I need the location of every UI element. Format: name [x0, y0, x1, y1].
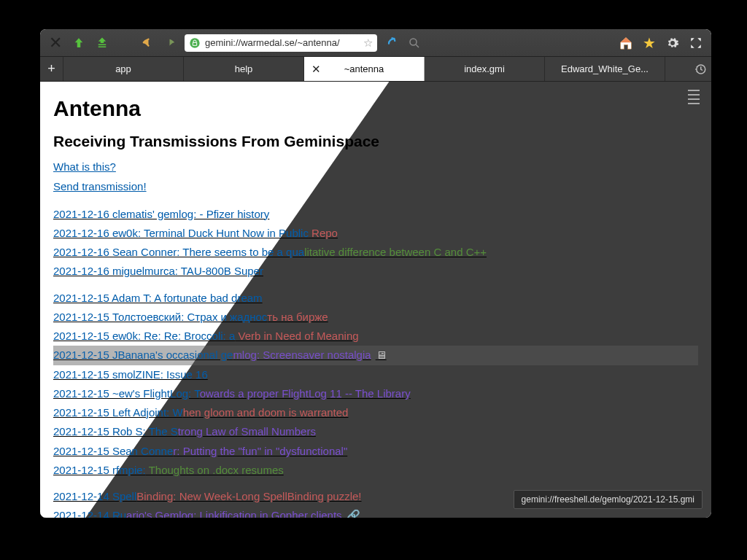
screen-icon: 🖥 [376, 349, 387, 361]
entry-link[interactable]: 2021-12-16 miguelmurca: TAU-800B Super [53, 265, 263, 277]
close-icon[interactable]: ✕ [46, 34, 65, 52]
reload-icon[interactable] [382, 34, 400, 52]
tab-label: help [235, 63, 253, 74]
entry-link[interactable]: 2021-12-14 Ruario's Gemlog: Linkificatio… [53, 509, 360, 518]
tab-bar: + app help ✕ ~antenna index.gmi Edward_W… [40, 57, 711, 82]
settings-icon[interactable] [663, 34, 682, 52]
tab-antenna[interactable]: ✕ ~antenna [304, 57, 425, 81]
entry-row: 2021-12-15 Толстоевский: Страх и жадност… [53, 308, 698, 327]
entry-row: 2021-12-15 rfmpie: Thoughts on .docx res… [53, 461, 698, 480]
tab-index[interactable]: index.gmi [425, 57, 545, 81]
url-text: gemini://warmedal.se/~antenna/ [205, 37, 359, 48]
entry-link[interactable]: 2021-12-16 Sean Conner: There seems to b… [53, 246, 487, 258]
entry-link[interactable]: 2021-12-15 Adam T: A fortunate bad dream [53, 292, 263, 304]
content-area: Antenna Receiving Transmissions From Gem… [40, 82, 711, 518]
fullscreen-icon[interactable] [686, 34, 705, 52]
tab-close-icon[interactable]: ✕ [311, 63, 321, 76]
lock-icon [189, 37, 201, 49]
entry-row: 2021-12-15 Sean Conner: Putting the "fun… [53, 442, 698, 461]
svg-point-1 [410, 39, 417, 45]
svg-point-0 [190, 38, 199, 47]
entry-link[interactable]: 2021-12-15 JBanana's occasional gemlog: … [53, 349, 387, 361]
browser-window: ✕ gemini://warmedal.se/~antenna/ ☆ ★ [40, 29, 711, 518]
entry-row: 2021-12-15 Left Adjoint: When gloom and … [53, 403, 698, 422]
entry-link[interactable]: 2021-12-14 SpellBinding: New Week-Long S… [53, 490, 362, 502]
link-send-transmission[interactable]: Send transmission! [53, 177, 147, 197]
entry-row: 2021-12-16 ew0k: Terminal Duck Hunt Now … [53, 224, 698, 243]
entry-row: 2021-12-15 Adam T: A fortunate bad dream [53, 289, 698, 308]
entry-link[interactable]: 2021-12-16 ew0k: Terminal Duck Hunt Now … [53, 227, 338, 239]
entry-link[interactable]: 2021-12-15 smolZINE: Issue 16 [53, 368, 208, 381]
forward-icon[interactable] [161, 34, 180, 52]
entry-link[interactable]: 2021-12-15 Rob S: The Strong Law of Smal… [53, 425, 316, 438]
new-tab-button[interactable]: + [40, 57, 63, 81]
status-tooltip: gemini://freeshell.de/gemlog/2021-12-15.… [514, 490, 703, 509]
toolbar: ✕ gemini://warmedal.se/~antenna/ ☆ ★ [40, 29, 711, 57]
page-subtitle: Receiving Transmissions From Geminispace [53, 133, 698, 150]
entry-row: 2021-12-15 Rob S: The Strong Law of Smal… [53, 422, 698, 441]
entry-link[interactable]: 2021-12-15 ew0k: Re: Re: Broccoli: a Ver… [53, 330, 359, 342]
tab-help[interactable]: help [184, 57, 304, 81]
home-icon[interactable] [616, 34, 635, 52]
entry-row: 2021-12-16 clematis' gemlog: - Pfizer hi… [53, 205, 698, 224]
link-icon: 🔗 [347, 509, 360, 518]
favorites-icon[interactable]: ★ [640, 34, 659, 52]
page-title: Antenna [53, 96, 698, 121]
entry-link[interactable]: 2021-12-15 rfmpie: Thoughts on .docx res… [53, 464, 284, 476]
up-root-icon[interactable] [93, 34, 112, 52]
tab-label: index.gmi [464, 63, 505, 74]
entry-link[interactable]: 2021-12-15 Left Adjoint: When gloom and … [53, 406, 348, 419]
tab-label: Edward_White_Ge... [561, 63, 649, 74]
entry-row: 2021-12-16 miguelmurca: TAU-800B Super [53, 262, 698, 281]
entry-row: 2021-12-16 Sean Conner: There seems to b… [53, 243, 698, 262]
bookmark-star-icon[interactable]: ☆ [363, 36, 373, 50]
entry-link[interactable]: 2021-12-15 Sean Conner: Putting the "fun… [53, 445, 347, 457]
tab-edward[interactable]: Edward_White_Ge... [545, 57, 665, 81]
entry-link[interactable]: 2021-12-15 Толстоевский: Страх и жадност… [53, 311, 328, 323]
tab-label: ~antenna [344, 63, 384, 74]
search-icon[interactable] [405, 34, 424, 52]
entry-row: 2021-12-15 ~ew's FlightLog: Towards a pr… [53, 384, 698, 403]
url-bar[interactable]: gemini://warmedal.se/~antenna/ ☆ [185, 34, 377, 52]
tab-label: app [115, 63, 131, 74]
history-icon[interactable] [689, 57, 711, 81]
entry-row: 2021-12-15 ew0k: Re: Re: Broccoli: a Ver… [53, 327, 698, 346]
entry-row: 2021-12-15 JBanana's occasional gemlog: … [53, 346, 698, 365]
back-icon[interactable] [138, 34, 157, 52]
tab-app[interactable]: app [63, 57, 184, 81]
entry-link[interactable]: 2021-12-15 ~ew's FlightLog: Towards a pr… [53, 387, 411, 400]
entry-row: 2021-12-15 smolZINE: Issue 16 [53, 365, 698, 384]
link-what-is-this[interactable]: What is this? [53, 158, 116, 177]
entry-link[interactable]: 2021-12-16 clematis' gemlog: - Pfizer hi… [53, 208, 269, 220]
up-icon[interactable] [69, 34, 88, 52]
outline-icon[interactable] [688, 89, 700, 105]
